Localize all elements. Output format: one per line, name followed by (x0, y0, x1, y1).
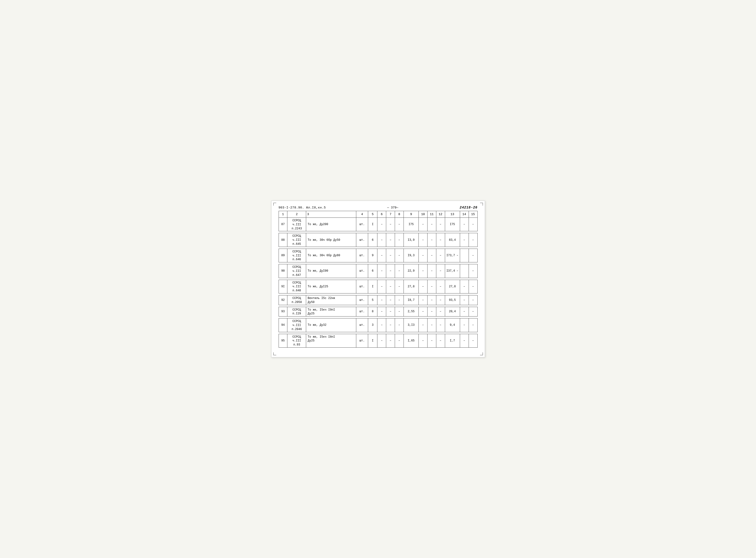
table-cell-col2: ССРСЦч.IIIп.93 (287, 334, 306, 347)
table-cell-col7: – (386, 233, 395, 247)
table-cell-col7: – (386, 218, 395, 231)
table-cell-col12: – (436, 233, 445, 247)
table-cell-col6: – (377, 334, 386, 347)
col-header-9: 9 (404, 211, 419, 218)
col-header-10: 10 (419, 211, 428, 218)
table-cell-col6: – (377, 280, 386, 293)
table-cell-col15: – (469, 295, 477, 305)
table-cell-col5: 6 (368, 264, 377, 278)
header-center-text: — 379— (387, 206, 398, 209)
table-cell-col7: – (386, 319, 395, 332)
table-cell-col4: шт. (356, 319, 368, 332)
table-cell-col6: – (377, 295, 386, 305)
col-header-6: 6 (377, 211, 386, 218)
table-cell-col6: – (377, 233, 386, 247)
table-cell-col6: – (377, 249, 386, 262)
table-cell-col14: – (460, 295, 469, 305)
table-cell-col2: ССРСЦп.I29 (287, 307, 306, 316)
table-cell-col12: – (436, 264, 445, 278)
table-cell-col3: То же, I5кч I8пIДу25 (306, 334, 356, 347)
table-cell-col15: – (469, 233, 477, 247)
table-cell-col14: – (460, 233, 469, 247)
table-cell-col13: I75 (445, 218, 460, 231)
table-cell-col9: 22,9 (404, 264, 419, 278)
table-cell-col8: – (395, 307, 404, 316)
table-cell-col2: ССРСЦп.2050 (287, 295, 306, 305)
table-cell-col15: – (469, 218, 477, 231)
table-cell-col7: – (386, 295, 395, 305)
table-cell-col5: 3 (368, 319, 377, 332)
spacer-row (279, 305, 477, 307)
table-cell-col2: ССРСЦч.IIIп.2243 (287, 218, 306, 231)
corner-mark-br (480, 352, 483, 355)
table-cell-col2: ССРСЦч.IIIп.648 (287, 280, 306, 293)
header-right-text: 24218-26 (460, 206, 477, 209)
table-cell-col11: – (427, 295, 436, 305)
table-header-row: 1 2 3 4 5 6 7 8 9 10 11 12 13 14 15 (279, 211, 477, 218)
col-header-8: 8 (395, 211, 404, 218)
table-cell-col6: – (377, 218, 386, 231)
spacer-row (279, 293, 477, 295)
table-cell-col8: – (395, 295, 404, 305)
table-row: 88ССРСЦч.IIIп.645То же, 30ч 6бр Ду50шт.6… (279, 233, 477, 247)
table-cell-col10: – (419, 295, 428, 305)
table-cell-col13: I37,4 – (445, 264, 460, 278)
table-cell-col10: – (419, 249, 428, 262)
table-cell-col11: – (427, 280, 436, 293)
col-header-15: 15 (469, 211, 477, 218)
table-cell-col13: 93,5 (445, 295, 460, 305)
table-cell-col1: 88 (279, 233, 287, 247)
col-header-11: 11 (427, 211, 436, 218)
table-cell-col7: – (386, 307, 395, 316)
table-cell-col12: – (436, 307, 445, 316)
table-cell-col14: – (460, 218, 469, 231)
table-cell-col1: 9I (279, 280, 287, 293)
spacer-row (279, 316, 477, 319)
table-cell-col3: То же, 30ч 6бр Ду50 (306, 233, 356, 247)
table-cell-col12: – (436, 280, 445, 293)
table-cell-col3: То же, ДуI25 (306, 280, 356, 293)
table-cell-col12: – (436, 295, 445, 305)
table-cell-col15: – (469, 280, 477, 293)
table-cell-col5: I (368, 218, 377, 231)
table-cell-col13: 20,4 (445, 307, 460, 316)
spacer-row (279, 231, 477, 233)
table-cell-col10: – (419, 218, 428, 231)
table-cell-col2: ССРСЦч.IIIп.647 (287, 264, 306, 278)
table-cell-col15: – (469, 264, 477, 278)
spacer-row (279, 247, 477, 249)
table-cell-col2: ССРСЦч.IIIп.646 (287, 249, 306, 262)
document-header: 903-I-278.90. Ал.I8,кн.5 — 379— 24218-26 (279, 206, 478, 209)
corner-mark-bl (273, 352, 276, 355)
col-header-7: 7 (386, 211, 395, 218)
table-cell-col1: 89 (279, 249, 287, 262)
corner-mark-tl (273, 203, 276, 206)
table-row: 93ССРСЦп.I29То же, I5кч I9пIДу25шт.8–––2… (279, 307, 477, 316)
table-cell-col4: шт. (356, 334, 368, 347)
table-cell-col9: I8,7 (404, 295, 419, 305)
table-cell-col11: – (427, 249, 436, 262)
table-cell-col9: I3,9 (404, 233, 419, 247)
table-cell-col10: – (419, 319, 428, 332)
table-cell-col10: – (419, 233, 428, 247)
table-cell-col11: – (427, 334, 436, 347)
table-cell-col1: 90 (279, 264, 287, 278)
table-cell-col5: I (368, 280, 377, 293)
table-cell-col11: – (427, 307, 436, 316)
table-cell-col14: – (460, 334, 469, 347)
table-cell-col12: – (436, 334, 445, 347)
table-cell-col7: – (386, 334, 395, 347)
table-cell-col4: шт. (356, 295, 368, 305)
table-cell-col11: – (427, 233, 436, 247)
table-cell-col1: 94 (279, 319, 287, 332)
table-cell-col15: – (469, 319, 477, 332)
spacer-row (279, 347, 477, 349)
table-cell-col11: – (427, 218, 436, 231)
table-row: 94ССРСЦч.IIIп.2046То же, Ду32шт.3–––3,I3… (279, 319, 477, 332)
table-cell-col5: 5 (368, 295, 377, 305)
table-row: 9IССРСЦч.IIIп.648То же, ДуI25шт.I–––27,8… (279, 280, 477, 293)
table-cell-col15: – (469, 249, 477, 262)
document-page: 903-I-278.90. Ал.I8,кн.5 — 379— 24218-26… (271, 201, 485, 357)
table-cell-col9: 27,8 (404, 280, 419, 293)
table-cell-col14: – (460, 307, 469, 316)
